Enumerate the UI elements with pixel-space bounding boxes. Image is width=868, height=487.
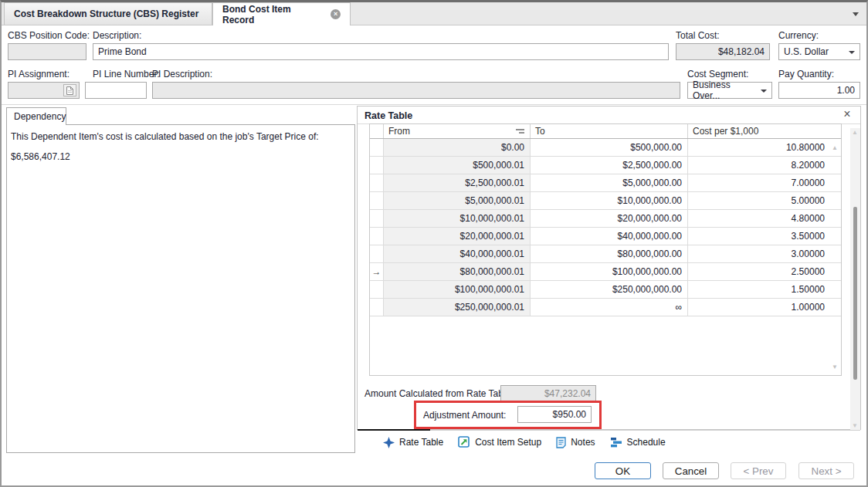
form-separator bbox=[2, 104, 866, 105]
description-field[interactable]: Prime Bond bbox=[93, 43, 669, 60]
bottom-tabstrip-line bbox=[358, 430, 860, 431]
rate-table-row[interactable]: $2,500,000.01$5,000,000.007.00000 bbox=[370, 174, 841, 192]
schedule-icon bbox=[610, 437, 622, 448]
cell-from[interactable]: $100,000,000.01 bbox=[384, 281, 531, 298]
chevron-down-icon bbox=[761, 90, 767, 93]
cell-cost-per-1000[interactable]: 5.00000 bbox=[688, 192, 830, 209]
currency-value: U.S. Dollar bbox=[784, 46, 829, 57]
rate-table-row[interactable]: $100,000,000.01$250,000,000.001.50000 bbox=[370, 281, 841, 299]
cell-to[interactable]: $5,000,000.00 bbox=[531, 174, 688, 191]
column-header-to-label: To bbox=[535, 126, 545, 137]
tab-close-icon[interactable]: × bbox=[331, 9, 341, 19]
cell-from[interactable]: $10,000,000.01 bbox=[384, 210, 531, 227]
cell-cost-per-1000[interactable]: 7.00000 bbox=[688, 174, 830, 191]
tab-list-dropdown-icon[interactable] bbox=[853, 12, 859, 16]
column-header-cost[interactable]: Cost per $1,000 bbox=[688, 124, 830, 138]
currency-select[interactable]: U.S. Dollar bbox=[778, 43, 860, 60]
adjustment-amount-field[interactable]: $950.00 bbox=[517, 406, 592, 423]
cell-from[interactable]: $20,000,000.01 bbox=[384, 228, 531, 245]
cell-cost-per-1000[interactable]: 1.00000 bbox=[688, 299, 830, 316]
notes-icon bbox=[556, 437, 566, 448]
bottom-tab-cost-item-setup[interactable]: Cost Item Setup bbox=[458, 436, 541, 448]
cell-from[interactable]: $40,000,000.01 bbox=[384, 245, 531, 262]
rate-grid-rows: $0.00$500,000.0010.80000$500,000.01$2,50… bbox=[370, 139, 841, 316]
cell-from[interactable]: $250,000,000.01 bbox=[384, 299, 531, 316]
cell-cost-per-1000[interactable]: 8.20000 bbox=[688, 157, 830, 174]
bottom-tab-label: Rate Table bbox=[399, 437, 443, 448]
cell-cost-per-1000[interactable]: 3.50000 bbox=[688, 228, 830, 245]
currency-label: Currency: bbox=[778, 30, 819, 41]
cell-to[interactable]: ∞ bbox=[531, 299, 688, 316]
cell-to[interactable]: $500,000.00 bbox=[531, 139, 688, 156]
tab-bond-cost-item-record[interactable]: Bond Cost Item Record × bbox=[212, 2, 351, 25]
bottom-tab-notes[interactable]: Notes bbox=[556, 437, 595, 448]
cell-from[interactable]: $80,000,000.01 bbox=[384, 263, 531, 280]
scroll-up-icon[interactable]: ▲ bbox=[852, 129, 858, 136]
scroll-down-icon[interactable]: ▼ bbox=[852, 422, 858, 429]
pi-assignment-picker-button[interactable] bbox=[63, 84, 76, 96]
grid-scroll-up-icon[interactable]: ▲ bbox=[832, 144, 838, 151]
pi-line-number-field[interactable] bbox=[85, 82, 147, 99]
rate-table-row[interactable]: →$80,000,000.01$100,000,000.002.50000 bbox=[370, 263, 841, 281]
rate-table-row[interactable]: $5,000,000.01$10,000,000.005.00000 bbox=[370, 192, 841, 210]
rate-grid-header: From To Cost per $1,000 bbox=[370, 124, 841, 139]
row-gutter bbox=[370, 299, 384, 316]
cell-cost-per-1000[interactable]: 3.00000 bbox=[688, 245, 830, 262]
tab-dependency[interactable]: Dependency bbox=[6, 107, 66, 125]
document-tab-bar: Cost Breakdown Structure (CBS) Register … bbox=[2, 2, 866, 25]
cell-cost-per-1000[interactable]: 2.50000 bbox=[688, 263, 830, 280]
adjustment-amount-label: Adjustment Amount: bbox=[423, 410, 506, 421]
cell-to[interactable]: $250,000,000.00 bbox=[531, 281, 688, 298]
close-icon[interactable]: × bbox=[840, 107, 854, 121]
rate-table-row[interactable]: $500,000.01$2,500,000.008.20000 bbox=[370, 157, 841, 174]
rate-table-panel-title: Rate Table bbox=[364, 110, 412, 121]
grid-scroll-down-icon[interactable]: ▼ bbox=[832, 364, 838, 370]
cancel-button[interactable]: Cancel bbox=[663, 462, 719, 479]
tab-cbs-register[interactable]: Cost Breakdown Structure (CBS) Register bbox=[4, 2, 212, 25]
dependency-tab-label: Dependency bbox=[14, 111, 66, 122]
prev-button[interactable]: < Prev bbox=[731, 462, 786, 479]
rate-table-row[interactable]: $20,000,000.01$40,000,000.003.50000 bbox=[370, 228, 841, 245]
rate-table-row[interactable]: $10,000,000.01$20,000,000.004.80000 bbox=[370, 210, 841, 228]
cell-cost-per-1000[interactable]: 1.50000 bbox=[688, 281, 830, 298]
document-icon bbox=[66, 86, 74, 96]
bottom-tab-schedule[interactable]: Schedule bbox=[610, 437, 666, 448]
rate-table-row[interactable]: $250,000,000.01∞1.00000 bbox=[370, 299, 841, 316]
cell-to[interactable]: $20,000,000.00 bbox=[531, 210, 688, 227]
total-cost-field: $48,182.04 bbox=[676, 43, 770, 60]
cell-to[interactable]: $40,000,000.00 bbox=[531, 228, 688, 245]
bottom-tab-rate-table[interactable]: Rate Table bbox=[383, 437, 443, 448]
amount-calculated-label: Amount Calculated from Rate Table: bbox=[364, 388, 514, 399]
active-tab-indicator bbox=[358, 429, 430, 431]
cbs-position-code-field[interactable] bbox=[8, 43, 86, 60]
cell-cost-per-1000[interactable]: 4.80000 bbox=[688, 210, 830, 227]
total-cost-label: Total Cost: bbox=[676, 30, 720, 41]
panel-scrollbar[interactable]: ▲ ▼ bbox=[850, 128, 860, 430]
scrollbar-thumb[interactable] bbox=[853, 207, 857, 380]
cell-to[interactable]: $80,000,000.00 bbox=[531, 245, 688, 262]
cell-to[interactable]: $100,000,000.00 bbox=[531, 263, 688, 280]
pay-quantity-field[interactable]: 1.00 bbox=[778, 82, 860, 99]
cell-to[interactable]: $2,500,000.00 bbox=[531, 157, 688, 174]
cell-from[interactable]: $500,000.01 bbox=[384, 157, 531, 174]
column-header-from[interactable]: From bbox=[384, 124, 531, 138]
cost-segment-label: Cost Segment: bbox=[687, 69, 748, 79]
next-button[interactable]: Next > bbox=[798, 462, 854, 479]
cost-segment-select[interactable]: Business Over... bbox=[687, 82, 772, 99]
rate-table-row[interactable]: $40,000,000.01$80,000,000.003.00000 bbox=[370, 245, 841, 263]
cell-from[interactable]: $2,500,000.01 bbox=[384, 174, 531, 191]
column-header-cost-label: Cost per $1,000 bbox=[693, 126, 758, 137]
pi-description-field[interactable] bbox=[152, 82, 680, 99]
tab-bond-label: Bond Cost Item Record bbox=[222, 4, 323, 25]
cell-to[interactable]: $10,000,000.00 bbox=[531, 192, 688, 209]
pi-assignment-field[interactable] bbox=[8, 82, 80, 99]
ok-button[interactable]: OK bbox=[595, 462, 651, 479]
cell-from[interactable]: $0.00 bbox=[384, 139, 531, 156]
bottom-tab-label: Notes bbox=[571, 437, 595, 448]
cell-cost-per-1000[interactable]: 10.80000 bbox=[688, 139, 830, 156]
column-header-to[interactable]: To bbox=[531, 124, 688, 138]
cell-from[interactable]: $5,000,000.01 bbox=[384, 192, 531, 209]
rate-table-grid: From To Cost per $1,000 $0.00$500,000.00… bbox=[369, 123, 842, 376]
rate-table-row[interactable]: $0.00$500,000.0010.80000 bbox=[370, 139, 841, 157]
dependency-panel bbox=[6, 124, 355, 453]
